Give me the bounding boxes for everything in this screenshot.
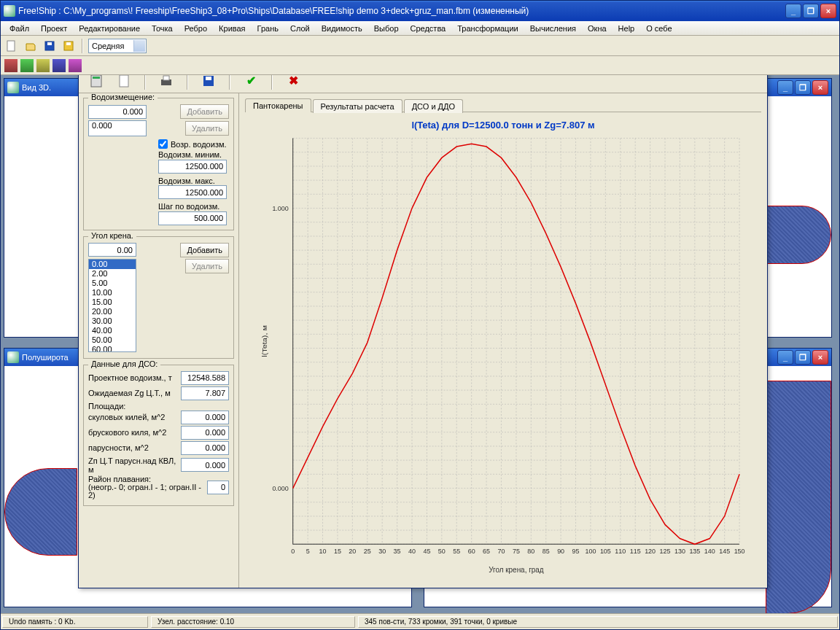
tool-icon[interactable] — [4, 58, 18, 73]
incr-disp-checkbox[interactable]: Возр. водоизм. — [158, 139, 229, 149]
svg-text:105: 105 — [600, 548, 611, 555]
svg-text:40: 40 — [408, 548, 416, 555]
menu-item[interactable]: Ребро — [180, 23, 211, 34]
menu-item[interactable]: Видимость — [317, 23, 367, 34]
svg-text:1.000: 1.000 — [272, 204, 288, 211]
disp-max-label: Водоизм. макс. — [158, 176, 229, 185]
svg-text:75: 75 — [513, 548, 520, 555]
tool-icon[interactable] — [36, 58, 50, 73]
menu-item[interactable]: Грань — [253, 23, 283, 34]
disp-max-input[interactable] — [158, 185, 227, 199]
close-button[interactable]: × — [812, 350, 828, 365]
delete-button[interactable]: Удалить — [185, 121, 229, 136]
saveas-icon[interactable] — [61, 38, 77, 54]
disp-step-input[interactable] — [158, 211, 227, 225]
minimize-button[interactable]: _ — [777, 350, 793, 365]
menu-item[interactable]: Средства — [406, 23, 451, 34]
tab[interactable]: Пантокарены — [245, 98, 311, 112]
menu-item[interactable]: Проект — [36, 23, 71, 34]
checkbox-input[interactable] — [158, 139, 168, 149]
main-toolbar[interactable]: Средняя — [1, 36, 839, 56]
menu-item[interactable]: Выбор — [370, 23, 403, 34]
close-button[interactable]: × — [812, 80, 828, 95]
maximize-button[interactable]: ❐ — [795, 350, 811, 365]
list-item[interactable]: 2.00 — [89, 269, 136, 279]
barkeel-input[interactable] — [181, 426, 229, 440]
minimize-button[interactable]: _ — [777, 80, 793, 95]
dso-label: парусности, м^2 — [88, 443, 149, 452]
tool-icon[interactable] — [52, 58, 66, 73]
cancel-button[interactable]: ✖ — [284, 75, 302, 90]
svg-text:55: 55 — [453, 548, 460, 555]
dialog-toolbar[interactable]: ✔ ✖ — [79, 75, 767, 93]
dialog-tabs[interactable]: ПантокареныРезультаты расчетаДСО и ДДО — [239, 93, 767, 112]
svg-rect-9 — [163, 76, 169, 80]
precision-combo[interactable]: Средняя — [88, 39, 147, 53]
list-item[interactable]: 20.00 — [89, 307, 136, 316]
sails-input[interactable] — [181, 441, 229, 455]
area-nav-input[interactable] — [207, 481, 229, 494]
close-button[interactable]: × — [820, 4, 836, 18]
secondary-toolbar[interactable] — [1, 56, 839, 75]
maximize-button[interactable]: ❐ — [803, 4, 819, 18]
main-window: Free!Ship : C:\My_programs\! Freeship\Fr… — [0, 0, 840, 630]
list-item[interactable]: 5.00 — [89, 279, 136, 288]
ok-button[interactable]: ✔ — [242, 75, 260, 90]
heel-add-button[interactable]: Добавить — [180, 243, 229, 257]
mdi-area: Вид 3D. _ ❐ × _ ❐ × — [1, 75, 839, 613]
open-icon[interactable] — [23, 38, 39, 54]
main-menubar[interactable]: ФайлПроектРедактированиеТочкаРеброКривая… — [1, 21, 839, 36]
menu-item[interactable]: О себе — [642, 23, 676, 34]
displacement-list[interactable]: 0.000 — [88, 120, 147, 136]
tool-icon[interactable] — [20, 58, 34, 73]
doc-icon[interactable] — [115, 75, 133, 90]
new-icon[interactable] — [4, 38, 20, 54]
maximize-button[interactable]: ❐ — [795, 80, 811, 95]
bilge-input[interactable] — [181, 411, 229, 424]
list-item[interactable]: 50.00 — [89, 335, 136, 345]
menu-item[interactable]: Редактирование — [74, 23, 144, 34]
menu-item[interactable]: Трансформации — [453, 23, 522, 34]
heel-listbox[interactable]: 0.002.005.0010.0015.0020.0030.0040.0050.… — [88, 259, 136, 352]
disp-min-input[interactable] — [158, 160, 227, 174]
menu-item[interactable]: Окна — [583, 23, 611, 34]
tool-icon[interactable] — [68, 58, 82, 73]
zp-input[interactable] — [181, 458, 229, 472]
list-item[interactable]: 30.00 — [89, 316, 136, 326]
list-item[interactable]: 10.00 — [89, 288, 136, 298]
heel-input[interactable] — [88, 243, 136, 257]
tab[interactable]: Результаты расчета — [313, 99, 402, 113]
status-faces: 345 пов-сти, 733 кромки, 391 точки, 0 кр… — [358, 616, 838, 628]
proj-disp-input[interactable] — [181, 371, 229, 385]
list-item[interactable]: 0.00 — [89, 260, 136, 269]
list-item[interactable]: 60.00 — [89, 345, 136, 352]
displacement-input[interactable] — [88, 105, 147, 119]
calc-icon[interactable] — [88, 75, 105, 90]
svg-text:70: 70 — [498, 548, 505, 555]
menu-item[interactable]: Слой — [286, 23, 314, 34]
main-titlebar[interactable]: Free!Ship : C:\My_programs\! Freeship\Fr… — [1, 1, 839, 21]
dso-label: Zп Ц.Т парусн.над КВЛ, м — [88, 456, 178, 474]
add-button[interactable]: Добавить — [180, 104, 229, 119]
menu-item[interactable]: Вычисления — [526, 23, 580, 34]
right-panel: ПантокареныРезультаты расчетаДСО и ДДО l… — [239, 93, 767, 588]
tab[interactable]: ДСО и ДДО — [404, 99, 463, 113]
svg-text:90: 90 — [557, 548, 564, 555]
heel-delete-button[interactable]: Удалить — [185, 259, 229, 273]
expected-zg-input[interactable] — [181, 386, 229, 400]
chart-area: l(Teta) для D=12500.0 тонн и Zg=7.807 м … — [245, 112, 761, 582]
svg-text:135: 135 — [689, 548, 700, 555]
list-item[interactable]: 15.00 — [89, 298, 136, 307]
list-item[interactable]: 40.00 — [89, 326, 136, 335]
print-icon[interactable] — [158, 75, 175, 90]
minimize-button[interactable]: _ — [785, 4, 801, 18]
menu-item[interactable]: Точка — [147, 23, 177, 34]
cross-curves-dialog[interactable]: Расчет пантокарен, ДСО и ДДО. _ ❐ × ✔ ✖ — [78, 75, 768, 588]
save-icon[interactable] — [42, 38, 58, 54]
menu-item[interactable]: Help — [614, 23, 639, 34]
menu-item[interactable]: Файл — [5, 23, 34, 34]
save-icon[interactable] — [200, 75, 217, 90]
menu-item[interactable]: Кривая — [214, 23, 249, 34]
list-item[interactable]: 0.000 — [89, 121, 146, 131]
dso-label: Проектное водоизм., т — [88, 373, 172, 382]
